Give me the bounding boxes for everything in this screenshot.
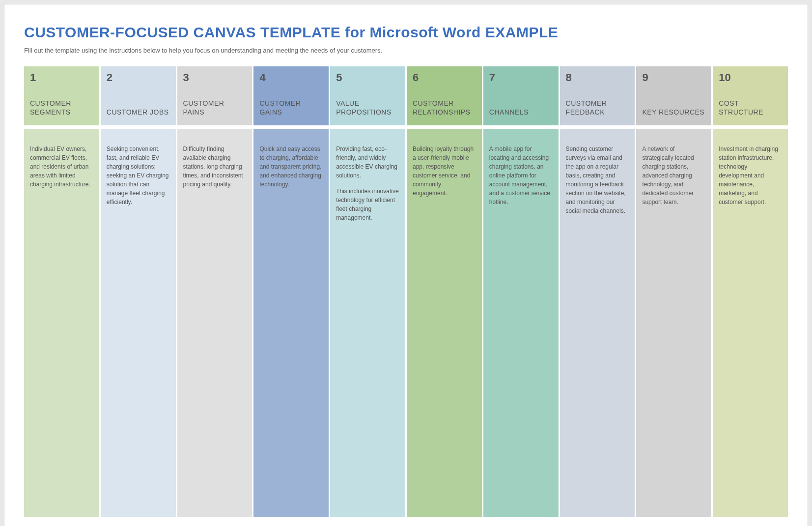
col-title: CUSTOMER JOBS [107,108,170,117]
col-body: Sending customer surveys via email and t… [560,129,635,517]
col-customer-gains: 4 CUSTOMER GAINS Quick and easy access t… [253,66,329,517]
col-value-propositions: 5 VALUE PROPOSITIONS Providing fast, eco… [330,66,405,517]
col-customer-segments: 1 CUSTOMER SEGMENTS Individual EV owners… [24,66,99,517]
col-body-text: A mobile app for locating and accessing … [489,145,553,206]
col-number: 6 [413,71,476,84]
col-header: 7 CHANNELS [483,66,559,125]
page-title: CUSTOMER-FOCUSED CANVAS TEMPLATE for Mic… [24,24,788,41]
col-body-text: Investment in charging station infrastru… [719,145,782,206]
col-header: 4 CUSTOMER GAINS [253,66,329,125]
col-header: 3 CUSTOMER PAINS [177,66,252,125]
col-body-text: A network of strategically located charg… [642,145,705,206]
col-header: 5 VALUE PROPOSITIONS [330,66,405,125]
col-key-resources: 9 KEY RESOURCES A network of strategical… [636,66,711,517]
col-body: Quick and easy access to charging, affor… [253,129,329,517]
col-body: Seeking convenient, fast, and reliable E… [101,129,176,517]
page-subtitle: Fill out the template using the instruct… [24,47,788,54]
col-customer-pains: 3 CUSTOMER PAINS Difficulty finding avai… [177,66,252,517]
col-body-text: Quick and easy access to charging, affor… [259,145,323,189]
col-header: 8 CUSTOMER FEEDBACK [560,66,635,125]
col-body: A mobile app for locating and accessing … [483,129,559,517]
col-header: 9 KEY RESOURCES [636,66,711,125]
col-title: CHANNELS [489,108,553,117]
col-body-text: Difficulty finding available charging st… [183,145,247,189]
canvas-grid: 1 CUSTOMER SEGMENTS Individual EV owners… [24,66,788,517]
col-number: 2 [107,71,170,84]
col-header: 10 COST STRUCTURE [713,66,788,125]
col-header: 6 CUSTOMER RELATIONSHIPS [407,66,482,125]
col-header: 1 CUSTOMER SEGMENTS [24,66,99,125]
col-number: 10 [719,71,782,84]
col-body: Investment in charging station infrastru… [713,129,788,517]
col-body-extra: This includes innovative technology for … [336,187,399,222]
col-title: CUSTOMER RELATIONSHIPS [413,99,476,117]
col-number: 5 [336,71,399,84]
col-body: Individual EV owners, commercial EV flee… [24,129,99,517]
col-title: CUSTOMER GAINS [259,99,323,117]
col-body-text: Building loyalty through a user-friendly… [413,145,476,198]
col-number: 4 [259,71,323,84]
col-customer-jobs: 2 CUSTOMER JOBS Seeking convenient, fast… [101,66,176,517]
col-body: Difficulty finding available charging st… [177,129,252,517]
col-body: Providing fast, eco-friendly, and widely… [330,129,405,517]
col-header: 2 CUSTOMER JOBS [101,66,176,125]
col-title: COST STRUCTURE [719,99,782,117]
col-customer-feedback: 8 CUSTOMER FEEDBACK Sending customer sur… [560,66,635,517]
col-title: KEY RESOURCES [642,108,705,117]
col-title: CUSTOMER PAINS [183,99,247,117]
col-title: CUSTOMER SEGMENTS [30,99,93,117]
col-body-text: Sending customer surveys via email and t… [566,145,629,215]
col-title: VALUE PROPOSITIONS [336,99,399,117]
col-number: 8 [566,71,629,84]
col-body-text: Providing fast, eco-friendly, and widely… [336,145,399,180]
col-title: CUSTOMER FEEDBACK [566,99,629,117]
col-body: A network of strategically located charg… [636,129,711,517]
template-page: CUSTOMER-FOCUSED CANVAS TEMPLATE for Mic… [4,4,808,526]
col-customer-relationships: 6 CUSTOMER RELATIONSHIPS Building loyalt… [407,66,482,517]
col-cost-structure: 10 COST STRUCTURE Investment in charging… [713,66,788,517]
col-number: 7 [489,71,553,84]
col-channels: 7 CHANNELS A mobile app for locating and… [483,66,559,517]
col-body-text: Seeking convenient, fast, and reliable E… [107,145,170,206]
col-body: Building loyalty through a user-friendly… [407,129,482,517]
col-number: 9 [642,71,705,84]
col-number: 1 [30,71,93,84]
col-number: 3 [183,71,247,84]
col-body-text: Individual EV owners, commercial EV flee… [30,145,93,189]
